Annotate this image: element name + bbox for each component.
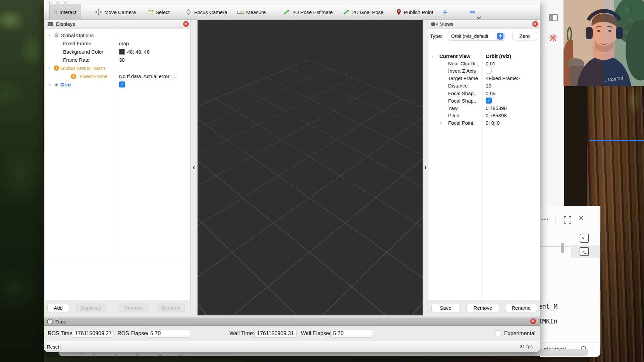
collapse-right-chevron[interactable]: ›	[423, 164, 428, 171]
expander-icon[interactable]: ›	[48, 82, 52, 87]
tool-label: Interact	[59, 9, 76, 15]
toolbar-drag-handle[interactable]	[46, 8, 47, 16]
row-value[interactable]: 0,785398	[486, 105, 507, 111]
tree-row-pitch[interactable]: Pitch 0,785398	[428, 112, 540, 119]
zero-button[interactable]: Zero	[512, 32, 537, 40]
tool-interact[interactable]: ☝ Interact	[49, 4, 80, 20]
row-label: Fixed Frame	[63, 41, 91, 46]
close-panel-button[interactable]: ×	[530, 318, 536, 324]
tree-row-yaw[interactable]: Yaw 0,785398	[428, 104, 540, 112]
time-panel-header[interactable]: Time ×	[44, 317, 540, 326]
add-tool-button[interactable]: +	[442, 4, 447, 20]
row-value[interactable]: 30	[119, 57, 125, 63]
tree-row-global-options[interactable]: › ⚙ Global Options	[45, 31, 190, 40]
tool-2d-pose-estimate[interactable]: 2D Pose Estimate	[279, 4, 337, 20]
tree-row-focal-shape-size[interactable]: Focal Shap... 0,05	[428, 89, 540, 97]
reset-button[interactable]: Reset	[45, 343, 61, 351]
tool-move-camera[interactable]: Move Camera	[91, 4, 140, 20]
time-panel: Time × ROS Time: ROS Elapsed: Wall Time:…	[44, 317, 540, 341]
tool-publish-point[interactable]: Publish Point	[392, 4, 437, 20]
tree-row-focal-point[interactable]: › Focal Point 0; 0; 0	[428, 119, 540, 127]
traffic-light-dot[interactable]	[56, 1, 59, 4]
traffic-light-dot[interactable]	[64, 1, 67, 4]
rename-button[interactable]: Rename	[505, 304, 537, 312]
tree-row-fixed-frame[interactable]: Fixed Frame map	[45, 40, 190, 48]
collapse-left-chevron[interactable]: ‹	[191, 164, 197, 171]
expander-icon[interactable]: ›	[48, 66, 52, 70]
wall-elapsed-input[interactable]	[330, 329, 373, 338]
tool-label: Focus Camera	[194, 9, 227, 15]
scrollbar-thumb[interactable]	[561, 243, 564, 253]
hand-pointer-icon: ☝	[54, 9, 57, 16]
tree-row-current-view[interactable]: › Current View Orbit (rviz)	[428, 52, 540, 60]
displays-tree: › ⚙ Global Options Fixed Frame map Backg…	[45, 28, 190, 89]
tree-row-fixed-frame-warning[interactable]: ! Fixed Frame No tf data. Actual error: …	[45, 72, 190, 81]
terminal-icon[interactable]: >_	[580, 234, 589, 243]
add-button[interactable]: Add	[47, 304, 69, 312]
expander-icon[interactable]: ›	[440, 120, 441, 125]
row-value[interactable]: 0; 0; 0	[486, 120, 500, 126]
close-panel-button[interactable]: ×	[183, 21, 189, 27]
row-value: Orbit (rviz)	[486, 53, 511, 59]
tree-row-frame-rate[interactable]: Frame Rate 30	[45, 56, 190, 64]
save-button[interactable]: Save	[431, 304, 460, 312]
row-value[interactable]: ✓	[486, 98, 492, 104]
checkbox-unchecked[interactable]	[486, 68, 492, 74]
row-value[interactable]: 10	[486, 83, 491, 88]
displays-panel-header[interactable]: Displays ×	[45, 20, 190, 28]
rename-button[interactable]: Rename	[157, 304, 185, 312]
ros-time-input[interactable]	[72, 329, 113, 338]
duplicate-button[interactable]: Duplicate	[76, 304, 106, 312]
row-value[interactable]: ✓	[119, 81, 125, 87]
more-actions-icon[interactable]: •••	[542, 216, 549, 222]
tree-row-near-clip[interactable]: Near Clip Di... 0,01	[428, 60, 540, 67]
color-swatch[interactable]	[119, 49, 125, 55]
tree-row-target-frame[interactable]: Target Frame <Fixed Frame>	[428, 75, 540, 82]
views-panel-header[interactable]: Views ×	[428, 20, 540, 28]
fullscreen-icon[interactable]	[563, 216, 572, 224]
3d-viewport[interactable]	[198, 20, 423, 315]
video-camera-icon	[431, 22, 438, 26]
traffic-light-dot[interactable]	[49, 1, 52, 4]
expander-icon[interactable]: ›	[430, 55, 435, 57]
tree-row-distance[interactable]: Distance 10	[428, 82, 540, 89]
ground-grid	[198, 60, 423, 315]
view-type-dropdown[interactable]: Orbit (rviz_default	[448, 32, 505, 41]
close-panel-button[interactable]: ×	[532, 21, 538, 27]
tool-focus-camera[interactable]: Focus Camera	[181, 4, 231, 20]
tree-row-global-status[interactable]: › ! Global Status: Warn	[45, 64, 190, 72]
right-splitter[interactable]: ›	[423, 20, 428, 315]
row-label: Frame Rate	[63, 57, 90, 63]
tree-row-focal-shape-fixed[interactable]: Focal Shap... ✓	[428, 97, 540, 104]
layout-icon[interactable]	[549, 14, 558, 21]
row-value[interactable]: <Fixed Frame>	[486, 75, 520, 81]
experimental-checkbox[interactable]	[496, 330, 501, 336]
row-value[interactable]: 0,785398	[486, 113, 507, 118]
row-value[interactable]: 0,05	[486, 90, 495, 96]
terminal-icon[interactable]: >_	[580, 247, 589, 256]
checkbox-checked[interactable]: ✓	[119, 81, 125, 87]
tree-row-grid[interactable]: › ◈ Grid ✓	[45, 80, 190, 89]
remove-button[interactable]: Remove	[467, 304, 499, 312]
starburst-icon[interactable]	[548, 33, 558, 43]
tool-select[interactable]: Select	[145, 4, 174, 20]
row-value[interactable]	[486, 68, 492, 74]
remove-button[interactable]: Remove	[118, 304, 149, 312]
row-value[interactable]: 0,01	[486, 61, 495, 66]
wall-time-input[interactable]	[254, 329, 297, 338]
window-titlebar[interactable]	[44, 0, 540, 4]
row-value[interactable]: 48; 48; 48	[119, 49, 150, 55]
tool-2d-goal-pose[interactable]: 2D Goal Pose	[339, 4, 387, 20]
tool-measure[interactable]: Measure	[233, 4, 270, 20]
row-value[interactable]: map	[119, 41, 129, 46]
checkbox-checked[interactable]: ✓	[486, 98, 492, 104]
remove-tool-button[interactable]	[470, 11, 475, 13]
grid-display-icon: ◈	[52, 82, 60, 87]
tree-row-background-color[interactable]: Background Color 48; 48; 48	[45, 48, 190, 56]
tree-row-invert-z[interactable]: Invert Z Axis	[428, 67, 540, 74]
chevron-down-icon[interactable]	[476, 16, 481, 19]
left-splitter[interactable]: ‹	[190, 20, 198, 315]
ros-elapsed-input[interactable]	[148, 329, 190, 338]
expander-icon[interactable]: ›	[48, 33, 52, 38]
close-icon[interactable]: ×	[579, 213, 584, 223]
